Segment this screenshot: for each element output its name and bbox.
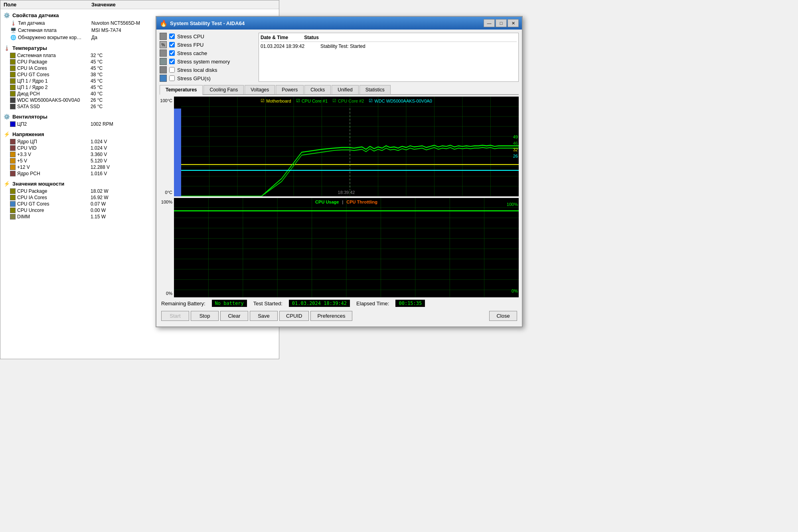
field-column-header: Поле: [4, 2, 91, 8]
action-buttons: Start Stop Clear Save CPUID Preferences …: [160, 309, 519, 322]
volt-vid-icon: [10, 145, 16, 151]
preferences-button[interactable]: Preferences: [310, 311, 352, 321]
stress-cpu-label: Stress CPU: [177, 34, 204, 40]
charts-container: 100°C 0°C ☑ Motherboard ☑ CPU Co: [160, 97, 519, 297]
cpu-right-min: 0%: [512, 289, 518, 293]
log-header: Date & Time Status: [261, 35, 517, 42]
column-headers: Поле Значение: [0, 0, 279, 9]
temp-core1-icon: [10, 78, 16, 84]
temp-cpu-ia-icon: [10, 65, 16, 71]
tab-clocks[interactable]: Clocks: [304, 85, 331, 94]
cpu-y-max: 100%: [161, 200, 172, 204]
tab-powers[interactable]: Powers: [276, 85, 304, 94]
mb-icon: 🖥️: [10, 27, 16, 34]
tab-statistics[interactable]: Statistics: [359, 85, 391, 94]
power-cpu-ia-icon: [10, 195, 16, 200]
volt-12-icon: [10, 164, 16, 170]
value-column-header: Значение: [91, 2, 276, 8]
temp-pch-icon: [10, 91, 16, 97]
fans-icon: ⚙️: [4, 113, 10, 120]
elapsed-time-label: Elapsed Time:: [356, 301, 389, 307]
stop-button[interactable]: Stop: [191, 311, 219, 321]
sensor-type-icon: 🌡️: [10, 20, 16, 26]
log-datetime-header: Date & Time: [261, 35, 288, 40]
stress-memory-label: Stress system memory: [177, 59, 230, 65]
temp-chart-timestamp: 18:39:42: [338, 190, 355, 195]
cpu-chart-area: CPU Usage | CPU Throttling: [174, 198, 519, 298]
temp-chart-svg: [181, 97, 519, 196]
stress-cache-label: Stress cache: [177, 50, 207, 56]
temp-core2-icon: [10, 85, 16, 90]
stress-gpu-label: Stress GPU(s): [177, 75, 211, 81]
tab-cooling-fans[interactable]: Cooling Fans: [203, 85, 244, 94]
stress-disks-item: Stress local disks: [160, 66, 255, 73]
start-button[interactable]: Start: [161, 311, 189, 321]
stress-disks-checkbox[interactable]: [169, 67, 175, 73]
cpu-chart-y-labels: 100% 0%: [160, 198, 174, 298]
cpu-y-min: 0%: [166, 291, 172, 296]
tab-voltages[interactable]: Voltages: [245, 85, 275, 94]
power-icon: ⚡: [4, 180, 10, 187]
temp-y-min: 0°C: [165, 190, 172, 195]
dialog-title-icon: 🔥: [160, 20, 168, 27]
temp-value-labels: 49 46 32 26: [513, 134, 518, 158]
log-entry-status: Stability Test: Started: [320, 44, 365, 49]
cpu-chart-svg: [174, 198, 519, 298]
stress-fpu-checkbox[interactable]: [169, 42, 175, 47]
temp-chart-blue-bar: [174, 109, 181, 196]
temp-cpu-gt-icon: [10, 72, 16, 77]
volt-33-icon: [10, 152, 16, 157]
elapsed-time-value: 00:15:35: [395, 300, 425, 307]
close-button[interactable]: Close: [489, 311, 517, 321]
stress-cache-icon: [160, 49, 167, 57]
temp-chart-y-labels: 100°C 0°C: [160, 97, 174, 196]
stress-cache-checkbox[interactable]: [169, 50, 175, 56]
sensor-props-icon: ⚙️: [4, 12, 10, 18]
log-entry-0: 01.03.2024 18:39:42 Stability Test: Star…: [261, 44, 517, 49]
close-dialog-button[interactable]: ✕: [508, 19, 519, 27]
dialog-controls: — □ ✕: [484, 19, 519, 27]
remaining-battery-label: Remaining Battery:: [161, 301, 205, 307]
dialog-titlebar: 🔥 System Stability Test - AIDA64 — □ ✕: [156, 17, 522, 30]
save-button[interactable]: Save: [250, 311, 278, 321]
temp-hdd-icon: [10, 97, 16, 103]
tabs: Temperatures Cooling Fans Voltages Power…: [160, 85, 519, 95]
cpuid-button[interactable]: CPUID: [279, 311, 309, 321]
remaining-battery-value: No battery: [212, 300, 247, 307]
test-started-label: Test Started:: [253, 301, 282, 307]
temp-mb-icon: [10, 53, 16, 58]
stress-disks-label: Stress local disks: [177, 67, 217, 73]
temp-chart-area: ☑ Motherboard ☑ CPU Core #1 ☑ CPU Core #…: [174, 97, 519, 196]
temp-y-max: 100°C: [160, 98, 172, 103]
maximize-button[interactable]: □: [496, 19, 507, 27]
stress-fpu-icon: %: [160, 41, 167, 48]
clear-button[interactable]: Clear: [220, 311, 248, 321]
bottom-bar: Remaining Battery: No battery Test Start…: [160, 297, 519, 309]
stress-memory-checkbox[interactable]: [169, 59, 175, 64]
volt-core-icon: [10, 139, 16, 144]
test-started-value: 01.03.2024 18:39:42: [289, 300, 350, 307]
stress-cpu-checkbox[interactable]: [169, 34, 175, 39]
temp-chart-wrapper: 100°C 0°C ☑ Motherboard ☑ CPU Co: [160, 97, 519, 196]
dialog-title: System Stability Test - AIDA64: [170, 20, 481, 26]
power-cpu-pkg-icon: [10, 188, 16, 194]
stress-options: Stress CPU % Stress FPU Stress cache Str…: [160, 33, 255, 82]
stress-memory-item: Stress system memory: [160, 58, 255, 65]
cpu-chart-wrapper: 100% 0% CPU Usage | CPU Throttling: [160, 198, 519, 298]
log-status-header: Status: [304, 35, 319, 40]
volt-pch-icon: [10, 171, 16, 176]
minimize-button[interactable]: —: [484, 19, 495, 27]
volt-5-icon: [10, 158, 16, 164]
stress-gpu-checkbox[interactable]: [169, 75, 175, 81]
tabs-container: Temperatures Cooling Fans Voltages Power…: [160, 85, 519, 95]
temp-ssd-icon: [10, 104, 16, 109]
temp-cpu-pkg-icon: [10, 59, 16, 65]
stress-cache-item: Stress cache: [160, 49, 255, 57]
log-box: Date & Time Status 01.03.2024 18:39:42 S…: [259, 33, 519, 82]
tab-unified[interactable]: Unified: [332, 85, 358, 94]
log-entry-datetime: 01.03.2024 18:39:42: [261, 44, 304, 49]
intrusion-icon: 🌐: [10, 34, 16, 41]
stress-cpu-icon: [160, 33, 167, 40]
temp-val-26: 26: [513, 154, 518, 158]
tab-temperatures[interactable]: Temperatures: [160, 85, 203, 95]
